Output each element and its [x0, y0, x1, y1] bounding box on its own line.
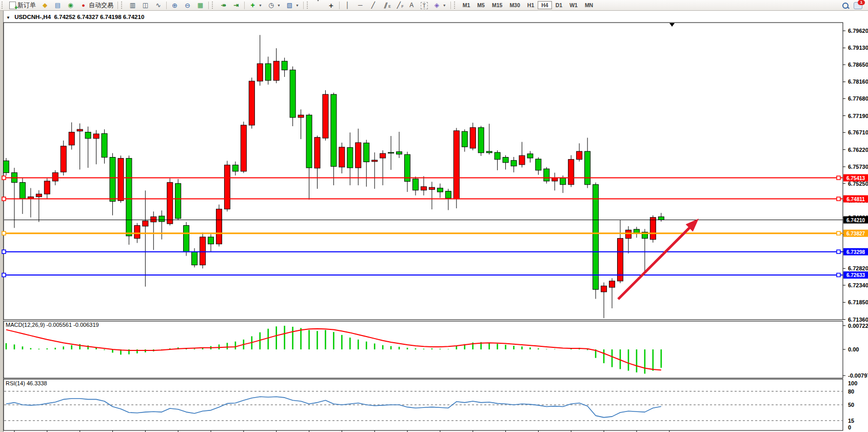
- price-tick-label: 6.76710: [848, 129, 868, 135]
- hline-handle[interactable]: [837, 273, 840, 277]
- horizontal-line-button[interactable]: [354, 1, 367, 10]
- candlestick-chart-icon: [142, 2, 149, 9]
- candle-body-up: [568, 160, 574, 185]
- chart-shift-button[interactable]: [230, 1, 243, 10]
- rsi-axis-label: 0: [848, 424, 851, 430]
- crosshair-button[interactable]: [325, 1, 338, 10]
- new-order-button[interactable]: 新订单: [7, 0, 38, 11]
- hline-handle[interactable]: [837, 231, 840, 235]
- search-button[interactable]: [839, 1, 851, 10]
- candle-body-down: [486, 151, 492, 153]
- candlestick-chart-button[interactable]: [139, 1, 152, 10]
- arrows-button[interactable]: ▼: [430, 1, 449, 10]
- label-button[interactable]: [418, 1, 430, 10]
- fibonacci-button[interactable]: [392, 1, 405, 10]
- zoom-in-button[interactable]: [168, 1, 181, 10]
- candle-body-down: [560, 178, 566, 185]
- market-watch-button[interactable]: [38, 1, 51, 10]
- candle-body-up: [429, 187, 435, 189]
- indicators-button[interactable]: ▼: [246, 1, 265, 10]
- candle-body-up: [61, 146, 66, 172]
- timeframe-d1[interactable]: D1: [552, 1, 566, 9]
- vertical-line-button[interactable]: [341, 1, 354, 10]
- label-icon: [421, 2, 428, 9]
- chart-title: ▼ USDCNH-,H4 6.74252 6.74327 6.74198 6.7…: [6, 14, 144, 20]
- chart-canvas[interactable]: 6.796206.791306.786506.781606.776806.771…: [0, 11, 868, 432]
- candle-body-up: [609, 281, 615, 287]
- templates-button[interactable]: ▼: [283, 1, 302, 10]
- hline-handle[interactable]: [2, 250, 6, 253]
- hline-handle[interactable]: [2, 176, 6, 180]
- bar-chart-button[interactable]: [126, 1, 139, 10]
- line-chart-button[interactable]: [152, 1, 165, 10]
- rsi-axis-label: 80: [848, 388, 854, 395]
- timeframe-mn[interactable]: MN: [581, 1, 597, 9]
- candle-body-up: [224, 165, 230, 209]
- hline-handle[interactable]: [837, 176, 840, 180]
- candle-body-up: [36, 194, 42, 197]
- hline-handle[interactable]: [2, 231, 6, 235]
- auto-scroll-button[interactable]: [217, 1, 230, 10]
- candle-body-down: [192, 252, 198, 265]
- timeframe-m1[interactable]: M1: [459, 1, 474, 9]
- candle-body-down: [232, 165, 238, 171]
- periods-button[interactable]: ▼: [265, 1, 283, 10]
- zoom-out-button[interactable]: [181, 1, 194, 10]
- price-badge-label: 6.74811: [846, 197, 865, 202]
- timeframe-m15[interactable]: M15: [488, 1, 506, 9]
- notification-badge: 1: [858, 0, 865, 5]
- candle-body-down: [437, 188, 443, 192]
- hline-handle[interactable]: [837, 197, 840, 201]
- hline-handle[interactable]: [837, 250, 840, 253]
- candle-body-down: [175, 184, 181, 219]
- candle-body-down: [495, 152, 500, 160]
- timeframe-h1[interactable]: H1: [524, 1, 538, 9]
- channel-button[interactable]: [380, 1, 392, 10]
- data-window-button[interactable]: [51, 1, 64, 10]
- candle-body-down: [282, 61, 287, 70]
- hline-handle[interactable]: [2, 273, 6, 277]
- navigator-button[interactable]: [64, 1, 77, 10]
- candle-body-down: [85, 132, 91, 139]
- candle-body-up: [134, 225, 140, 238]
- candle-body-down: [445, 191, 451, 199]
- candle-body-down: [388, 152, 394, 153]
- auto-scroll-icon: [220, 2, 227, 9]
- autotrading-button[interactable]: 自动交易: [77, 0, 116, 11]
- cursor-button[interactable]: [312, 1, 325, 10]
- tile-windows-button[interactable]: [194, 1, 207, 10]
- timeframe-w1[interactable]: W1: [566, 1, 581, 9]
- price-tick-label: 6.75730: [848, 164, 868, 170]
- one-click-trading-toggle[interactable]: ▼: [6, 15, 10, 20]
- symbol-period-label: USDCNH-,H4: [14, 14, 51, 20]
- price-tick-label: 6.78160: [848, 78, 868, 85]
- trendline-button[interactable]: [367, 1, 380, 10]
- candle-body-up: [577, 151, 582, 160]
- rsi-axis-label: 100: [848, 380, 857, 386]
- price-badge-label: 6.72633: [846, 272, 865, 278]
- candle-body-down: [462, 131, 467, 147]
- candle-body-up: [356, 143, 361, 168]
- candle-body-down: [503, 158, 508, 163]
- price-tick-label: 6.76220: [848, 147, 868, 153]
- candle-body-down: [4, 161, 9, 172]
- candle-body-up: [552, 178, 558, 181]
- timeframe-m30[interactable]: M30: [506, 1, 523, 9]
- candle-body-up: [257, 64, 263, 81]
- text-button[interactable]: [405, 1, 418, 10]
- crosshair-icon: [327, 2, 335, 9]
- candle-body-up: [625, 230, 631, 238]
- notifications-button[interactable]: 1: [851, 0, 865, 10]
- timeframe-h4[interactable]: H4: [538, 1, 551, 9]
- candle-body-down: [290, 70, 295, 117]
- timeframe-m5[interactable]: M5: [474, 1, 488, 9]
- timeframe-bar: M1M5M15M30H1H4D1W1MN: [459, 1, 597, 9]
- price-tick-label: 6.71360: [848, 317, 868, 323]
- candle-body-down: [585, 151, 590, 185]
- data-window-icon: [54, 2, 62, 9]
- autotrading-icon: [80, 2, 87, 9]
- candle-body-up: [339, 147, 345, 167]
- price-tick-label: 6.77190: [848, 113, 868, 119]
- market-watch-icon: [41, 2, 49, 9]
- hline-handle[interactable]: [2, 197, 6, 201]
